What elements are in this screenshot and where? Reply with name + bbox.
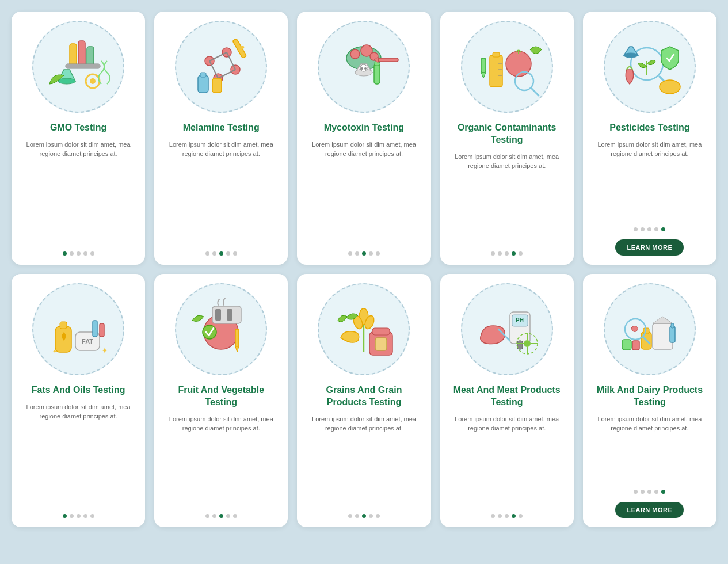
svg-rect-60	[227, 309, 232, 321]
svg-rect-3	[66, 64, 100, 68]
svg-rect-17	[198, 75, 208, 93]
grains-grain-products-illustration	[318, 283, 410, 375]
fruit-vegetable-testing-title: Fruit And Vegetable Testing	[163, 384, 279, 409]
dot-3	[362, 251, 366, 256]
svg-rect-33	[493, 52, 500, 57]
svg-rect-18	[200, 73, 206, 77]
svg-rect-53	[100, 323, 104, 337]
card-pesticides-testing: Pesticides Testing Lorem ipsum dolor sit…	[583, 12, 716, 265]
grains-grain-products-testing-body: Lorem ipsum dolor sit dim amet, mea regi…	[306, 414, 421, 506]
grains-grain-products-testing-dots	[348, 514, 380, 518]
milk-dairy-products-illustration	[604, 283, 696, 375]
mycotoxin-testing-title: Mycotoxin Testing	[324, 122, 404, 134]
dot-3	[219, 251, 223, 256]
fats-oils-illustration: FAT ✦ ✦	[32, 283, 124, 375]
svg-rect-30	[378, 58, 398, 62]
dot-2	[498, 251, 502, 256]
dot-4	[654, 227, 658, 231]
mycotoxin-testing-dots	[348, 251, 380, 256]
svg-rect-69	[375, 338, 387, 350]
melamine-testing-title: Melamine Testing	[183, 122, 260, 134]
fats-oils-testing-title: Fats And Oils Testing	[32, 384, 125, 397]
dot-5	[661, 490, 665, 494]
dot-2	[212, 251, 216, 256]
mycotoxin-illustration	[318, 21, 410, 113]
organic-contaminants-testing-title: Organic Contaminants Testing	[449, 122, 565, 146]
dot-1	[348, 251, 352, 256]
svg-rect-90	[632, 341, 639, 350]
meat-meat-products-illustration: PH	[461, 283, 553, 375]
svg-rect-41	[481, 58, 486, 73]
svg-point-46	[660, 80, 680, 94]
card-mycotoxin-testing: Mycotoxin Testing Lorem ipsum dolor sit …	[297, 12, 430, 265]
dot-1	[205, 251, 209, 256]
dot-3	[77, 514, 81, 518]
dot-3	[647, 227, 651, 231]
milk-dairy-products-testing-title: Milk And Dairy Products Testing	[592, 384, 707, 409]
card-organic-contaminants-testing: Organic Contaminants Testing Lorem ipsum…	[440, 12, 574, 265]
svg-rect-68	[372, 328, 390, 335]
dot-4	[369, 514, 373, 518]
svg-point-57	[203, 325, 216, 339]
grains-grain-products-testing-title: Grains And Grain Products Testing	[306, 384, 421, 409]
meat-meat-products-testing-dots	[491, 514, 523, 518]
svg-point-27	[364, 67, 367, 70]
dot-5	[233, 251, 237, 256]
card-fruit-vegetable-testing: Fruit And Vegetable Testing Lorem ipsum …	[154, 274, 288, 527]
pesticides-learn-more-button[interactable]: LEARN MORE	[615, 239, 684, 256]
svg-rect-87	[670, 326, 675, 342]
svg-rect-0	[70, 44, 77, 67]
dot-4	[83, 514, 87, 518]
dot-1	[634, 490, 638, 494]
melamine-testing-dots	[205, 251, 237, 256]
dot-5	[376, 514, 380, 518]
svg-text:FAT: FAT	[82, 338, 93, 345]
gmo-testing-body: Lorem ipsum dolor sit dim amet, mea regi…	[21, 140, 136, 243]
dot-1	[491, 514, 495, 518]
fats-oils-testing-dots	[63, 514, 94, 518]
gmo-illustration	[32, 21, 124, 113]
svg-line-40	[531, 88, 539, 96]
dot-3	[77, 251, 81, 256]
dot-2	[641, 227, 645, 231]
dot-4	[512, 514, 516, 518]
svg-rect-32	[490, 55, 502, 87]
milk-dairy-learn-more-button[interactable]: LEARN MORE	[615, 502, 684, 518]
fruit-vegetable-testing-body: Lorem ipsum dolor sit dim amet, mea regi…	[163, 414, 279, 506]
gmo-testing-title: GMO Testing	[50, 122, 106, 134]
svg-point-26	[361, 67, 363, 70]
dot-3	[505, 514, 509, 518]
dot-1	[348, 514, 352, 518]
melamine-illustration	[175, 21, 267, 113]
pesticides-testing-dots	[634, 227, 665, 231]
svg-rect-59	[215, 309, 221, 321]
meat-meat-products-testing-body: Lorem ipsum dolor sit dim amet, mea regi…	[449, 414, 565, 506]
dot-5	[376, 251, 380, 256]
svg-rect-19	[212, 78, 222, 93]
dot-3	[219, 514, 223, 518]
dot-1	[63, 251, 67, 256]
milk-dairy-products-testing-body: Lorem ipsum dolor sit dim amet, mea regi…	[592, 414, 707, 482]
svg-rect-28	[374, 64, 380, 84]
dot-1	[205, 514, 209, 518]
organic-contaminants-testing-body: Lorem ipsum dolor sit dim amet, mea regi…	[449, 152, 565, 243]
dot-2	[498, 514, 502, 518]
card-fats-oils-testing: FAT ✦ ✦ Fats And Oils Testing Lorem ipsu…	[12, 274, 145, 527]
card-gmo-testing: GMO Testing Lorem ipsum dolor sit dim am…	[12, 12, 145, 265]
dot-2	[355, 514, 359, 518]
pesticides-testing-body: Lorem ipsum dolor sit dim amet, mea regi…	[592, 140, 707, 219]
svg-point-6	[90, 78, 96, 84]
dot-4	[226, 251, 230, 256]
svg-point-21	[350, 49, 360, 59]
svg-marker-42	[481, 73, 486, 78]
dot-1	[491, 251, 495, 256]
svg-text:✦: ✦	[52, 348, 57, 355]
dot-4	[654, 490, 658, 494]
milk-dairy-products-testing-dots	[634, 490, 665, 494]
card-grains-grain-products-testing: Grains And Grain Products Testing Lorem …	[297, 274, 430, 527]
dot-3	[647, 490, 651, 494]
fruit-vegetable-illustration	[175, 283, 267, 375]
svg-point-4	[58, 78, 75, 84]
fruit-vegetable-testing-dots	[205, 514, 237, 518]
svg-rect-1	[78, 41, 85, 67]
